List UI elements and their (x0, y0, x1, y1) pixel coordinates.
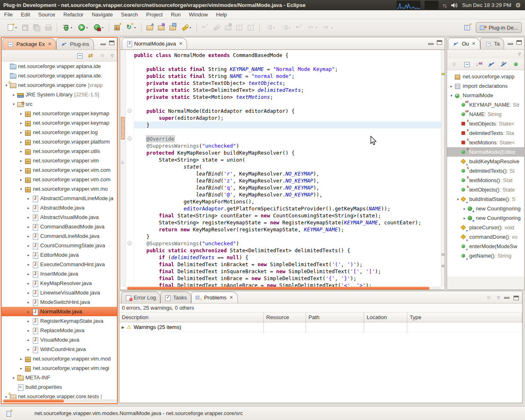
code-line-30[interactable]: if (delimitedTexts == null) { (134, 254, 441, 261)
network-monitor-applet[interactable] (397, 1, 420, 9)
tab-normalmode-java[interactable]: NormalMode.java ✕ (122, 38, 187, 49)
tree-item-executecommandhint-java[interactable]: ▸ExecuteCommandHint.java (2, 260, 117, 269)
externalize-button[interactable] (223, 23, 233, 32)
fold-marker-icon[interactable]: − (128, 137, 132, 141)
view-menu-icon[interactable]: ▽ (518, 52, 521, 56)
tree-item-build-properties[interactable]: build.properties (2, 382, 117, 392)
link-with-editor-icon[interactable] (88, 52, 95, 59)
outline-item-commanddone-[interactable]: ▲commandDone() : vo (447, 232, 524, 242)
outline-item-textobjects-[interactable]: StextObjects() : State (447, 185, 524, 194)
expander-icon[interactable]: ▸ (18, 140, 24, 144)
print-button[interactable] (43, 23, 53, 32)
maximize-icon[interactable] (109, 41, 114, 45)
tree-item-abstractmode-java[interactable]: ▸AbstractMode.java (2, 203, 117, 212)
vertical-ruler[interactable]: △ (120, 50, 126, 287)
code-line-4[interactable]: public static final String NAME = "norma… (134, 73, 441, 80)
hide-non-public-icon[interactable] (513, 61, 520, 68)
open-type-button[interactable] (156, 23, 166, 32)
session-gear-icon[interactable]: ⚙ (516, 2, 521, 9)
override-indicator-icon[interactable]: △ (121, 160, 124, 164)
expander-icon[interactable]: ▸ (25, 206, 32, 210)
tree-item-visualmode-java[interactable]: ▸VisualMode.java (2, 335, 117, 345)
code-line-26[interactable]: return new KeyMapResolver(registerKeymap… (134, 226, 441, 233)
outline-item-import-declarations[interactable]: ▸import declarations (447, 81, 524, 91)
maximize-icon[interactable] (437, 40, 442, 45)
expander-icon[interactable]: ▸ (18, 112, 24, 116)
code-line-24[interactable]: final State<String> countEater = new Cou… (134, 212, 441, 219)
code-line-23[interactable]: editorAdaptor.getPlatformSpecificStatePr… (134, 205, 441, 212)
mark-occurrences-button[interactable] (200, 23, 210, 32)
expander-icon[interactable]: ▸ (25, 234, 32, 238)
code-line-19[interactable]: leafBind('z', KeyMapResolver.NO_KEYMAP), (134, 177, 441, 184)
last-edit-location-button[interactable] (294, 23, 304, 32)
new-wizard-button[interactable]: ▾ (5, 23, 19, 32)
outline-item-textmotions-[interactable]: StextMotions() : Stat (447, 176, 524, 185)
expander-icon[interactable]: ▸ (25, 272, 32, 276)
next-annotation-button[interactable]: ▾ (263, 23, 277, 32)
back-button[interactable]: ▾ (306, 23, 320, 32)
expander-icon[interactable]: ▸ (18, 121, 24, 125)
open-perspective-button[interactable] (463, 23, 472, 32)
code-line-32[interactable]: final DelimitedText inSquareBracket = ne… (134, 268, 441, 275)
code-line-2[interactable] (134, 59, 441, 66)
tree-item-editormode-java[interactable]: ▸EditorMode.java (2, 250, 117, 260)
code-line-18[interactable]: leafBind('r', KeyMapResolver.NO_KEYMAP), (134, 170, 441, 177)
code-editor[interactable]: public class NormalMode extends CommandB… (134, 50, 441, 287)
outline-item-getname-[interactable]: ▲getName() : String (447, 251, 524, 260)
sort-icon[interactable] (476, 61, 483, 68)
outline-item-keymap-name[interactable]: SFKEYMAP_NAME : Str (447, 100, 524, 110)
status-icon[interactable] (6, 410, 12, 417)
tree-item-net-sourceforge-vrapper-vim-mod[interactable]: ▸net.sourceforge.vrapper.vim.mod (2, 354, 117, 363)
code-line-8[interactable] (134, 100, 441, 107)
menu-search[interactable]: Search (117, 11, 142, 18)
outline-item-name[interactable]: SFNAME : String (447, 110, 524, 119)
outline-item-textmotions[interactable]: StextMotions : State< (447, 138, 524, 147)
clock[interactable]: Sun Dec 18 3:29 PM (462, 2, 511, 8)
outline-item-new-countignoring[interactable]: ▸new CountIgnoring (447, 213, 524, 223)
outline-item-delimitedtexts[interactable]: SdelimitedTexts : Sta (447, 128, 524, 138)
tree-item-net-sourceforge-vrapper-keymap[interactable]: ▸net.sourceforge.vrapper.keymap (2, 118, 117, 128)
code-line-17[interactable]: state( (134, 163, 441, 170)
code-line-33[interactable]: final DelimitedText inBrace = new Simple… (134, 275, 441, 282)
hide-fields-icon[interactable] (488, 61, 495, 68)
marker[interactable] (442, 265, 444, 267)
scroll-thumb[interactable] (3, 399, 64, 402)
expander-icon[interactable]: ▾ (455, 197, 461, 201)
tree-item-meta-inf[interactable]: ▸META-INF (2, 373, 117, 382)
outline-item-buildinitialstate-[interactable]: ▾▲buildInitialState() : S (447, 194, 524, 204)
menu-navigate[interactable]: Navigate (88, 11, 117, 18)
code-line-29[interactable]: public static synchronized State<Delimit… (134, 247, 441, 254)
save-all-button[interactable] (32, 23, 42, 32)
tree-item-commandlinemode-java[interactable]: ▸CommandLineMode.java (2, 231, 117, 241)
expander-icon[interactable]: ▸ (18, 130, 24, 135)
tab-problems[interactable]: Problems✕ (191, 292, 237, 303)
close-icon[interactable]: ✕ (229, 295, 233, 300)
expander-icon[interactable]: ▸ (25, 262, 32, 267)
outline-item-normalmode[interactable]: ▾⚠NormalMode (447, 91, 524, 100)
expander-icon[interactable]: ▾ (18, 187, 24, 191)
view-menu-icon[interactable]: ▽ (111, 54, 114, 58)
run-button[interactable]: ▾ (76, 23, 90, 32)
tree-item-net-sourceforge-vrapper-log[interactable]: ▸net.sourceforge.vrapper.log (2, 128, 117, 137)
column-header-location[interactable]: Location (364, 313, 407, 322)
tree-item-insertmode-java[interactable]: ▸InsertMode.java (2, 269, 117, 278)
expander-icon[interactable]: ▸ (25, 319, 32, 323)
minimize-icon[interactable] (428, 43, 434, 45)
code-line-11[interactable]: } (134, 121, 441, 128)
tree-item-net-sourceforge-vrapper-aptana-ide-[interactable]: net.sourceforge.vrapper.aptana.ide. (2, 71, 117, 80)
tree-item-net-sourceforge-vrapper-vim-com[interactable]: ▸net.sourceforge.vrapper.vim.com (2, 165, 117, 175)
menu-window[interactable]: Window (185, 11, 212, 18)
expander-icon[interactable]: ▸ (18, 168, 24, 172)
folding-column[interactable]: −−− (126, 50, 134, 287)
column-header-description[interactable]: Description (119, 313, 264, 322)
expander-icon[interactable]: ▸ (25, 347, 32, 352)
code-line-14[interactable]: @SuppressWarnings("unchecked") (134, 142, 441, 149)
expander-icon[interactable]: ▸ (18, 366, 24, 370)
column-header-resource[interactable]: Resource (264, 313, 306, 322)
outline-item-normalmode-editor[interactable]: CNormalMode(Editor (447, 147, 524, 157)
tree-item-net-sourceforge-vrapper-utils[interactable]: ▸net.sourceforge.vrapper.utils (2, 146, 117, 156)
tab-task-list[interactable]: Ta (480, 38, 504, 49)
tab-outline[interactable]: Ou ✕ (448, 38, 480, 49)
menu-run[interactable]: Run (167, 11, 185, 18)
run-external-tools-button[interactable]: ▾ (91, 23, 105, 32)
